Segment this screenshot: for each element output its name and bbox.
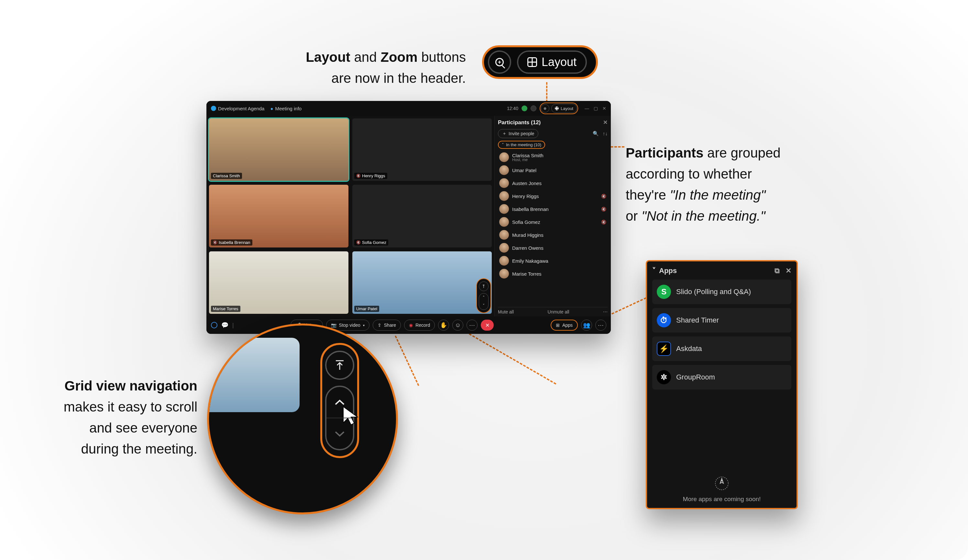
- chevron-down-icon: [334, 431, 345, 437]
- svg-point-2: [721, 480, 723, 481]
- app-item[interactable]: ⏱Shared Timer: [652, 308, 791, 333]
- video-tile[interactable]: Umar Patel: [352, 251, 492, 314]
- participant-name-tag: 🔇Henry Riggs: [354, 173, 387, 179]
- record-icon: ◉: [409, 323, 413, 328]
- maximize-icon[interactable]: ▢: [594, 106, 598, 111]
- end-call-button[interactable]: ✕: [481, 320, 494, 331]
- apps-footer-text: More apps are coming soon!: [652, 495, 791, 503]
- participant-row[interactable]: Henry Riggs🔇: [498, 190, 608, 202]
- grid-nav-top-button[interactable]: ⤒: [479, 282, 489, 291]
- app-item-label: Shared Timer: [676, 316, 719, 325]
- grid-nav-up-button[interactable]: ˄: [479, 293, 488, 302]
- grid-nav-updown: ˄ ˅: [479, 293, 489, 310]
- grid-icon: [527, 57, 537, 67]
- more-options-button[interactable]: ⋯: [467, 320, 477, 331]
- avatar: [499, 243, 509, 253]
- participant-row[interactable]: Emily Nakagawa: [498, 254, 608, 267]
- self-view-icon[interactable]: [211, 322, 217, 328]
- video-tile[interactable]: 🔇Isabella Brennan: [209, 185, 348, 247]
- zoom-in-button-header[interactable]: ⊕: [541, 104, 549, 113]
- apps-button[interactable]: ⊞Apps: [551, 320, 578, 331]
- grid-nav-down-button[interactable]: ˅: [479, 302, 488, 310]
- muted-icon: 🔇: [356, 174, 361, 178]
- unmute-all-button[interactable]: Unmute all: [548, 309, 569, 315]
- app-item-label: Askdata: [676, 345, 702, 353]
- participant-row[interactable]: Clarissa SmithHost, me: [498, 151, 608, 164]
- video-tile[interactable]: Marise Torres: [209, 251, 348, 314]
- participant-name-tag: Clarissa Smith: [211, 173, 242, 179]
- participant-row[interactable]: Marise Torres: [498, 267, 608, 280]
- close-icon[interactable]: ✕: [786, 267, 791, 275]
- clock-label: 12:40: [507, 106, 518, 111]
- avatar: [499, 165, 509, 175]
- video-tile[interactable]: 🔇Sofia Gomez: [352, 185, 492, 247]
- grid-nav-up-button-enlarged[interactable]: [327, 387, 353, 418]
- apps-icon: ⊞: [556, 323, 560, 328]
- invite-people-button[interactable]: ＋Invite people: [498, 129, 538, 138]
- magnifier-plus-icon: ⊕: [544, 106, 547, 111]
- participant-name: Emily Nakagawa: [512, 258, 606, 263]
- participant-name-tag: 🔇Sofia Gomez: [354, 239, 388, 245]
- participant-row[interactable]: Umar Patel: [498, 164, 608, 177]
- participant-row[interactable]: Isabella Brennan🔇: [498, 202, 608, 215]
- video-tile[interactable]: 🔇Henry Riggs: [352, 118, 492, 181]
- app-item[interactable]: ✲GroupRoom: [652, 365, 791, 389]
- reactions-button[interactable]: ☺: [452, 320, 463, 331]
- app-item[interactable]: ⚡Askdata: [652, 336, 791, 361]
- add-person-icon: ＋: [502, 131, 507, 136]
- grid-nav-zoom-circle: [207, 323, 398, 514]
- app-icon: ✲: [657, 370, 671, 384]
- meeting-info-button[interactable]: ●Meeting info: [270, 106, 302, 111]
- share-button[interactable]: ⇪Share: [373, 320, 401, 331]
- layout-button-header[interactable]: Layout: [551, 104, 577, 113]
- participant-name-tag: Umar Patel: [354, 306, 379, 312]
- smiley-icon: ☺: [455, 322, 461, 329]
- participant-row[interactable]: Murad Higgins: [498, 229, 608, 241]
- sort-participants-icon[interactable]: ↑↓: [603, 131, 608, 136]
- network-status-icon: [522, 106, 527, 111]
- close-panel-icon[interactable]: ✕: [603, 119, 608, 126]
- participant-row[interactable]: Darren Owens: [498, 241, 608, 254]
- search-participants-icon[interactable]: 🔍: [593, 131, 599, 136]
- participant-row[interactable]: Austen Jones: [498, 177, 608, 190]
- participant-name-tag: 🔇Isabella Brennan: [211, 239, 252, 245]
- layout-zoom-pill-enlarged: + Layout: [482, 45, 598, 79]
- app-item-label: Slido (Polling and Q&A): [676, 288, 751, 296]
- grid-nav-down-button-enlarged[interactable]: [327, 418, 353, 449]
- avatar: [499, 256, 509, 266]
- zoom-in-button[interactable]: +: [488, 50, 511, 74]
- participants-toggle-button[interactable]: 👥: [581, 320, 592, 331]
- avatar: [499, 178, 509, 188]
- participants-more-icon[interactable]: ⋯: [603, 309, 608, 315]
- arrow-top-icon: [333, 359, 346, 372]
- video-tile[interactable]: Clarissa Smith: [209, 118, 348, 181]
- participant-name: Murad Higgins: [512, 232, 606, 238]
- chevron-down-icon[interactable]: ˅: [652, 267, 656, 275]
- avatar: [499, 204, 509, 214]
- close-icon[interactable]: ✕: [602, 106, 606, 111]
- layout-button[interactable]: Layout: [517, 50, 587, 74]
- grid-nav-top-button-enlarged[interactable]: [325, 351, 354, 380]
- muted-icon: 🔇: [356, 240, 361, 245]
- meeting-title[interactable]: Development Agenda: [211, 106, 264, 111]
- app-header: Development Agenda ●Meeting info 12:40 ⊕…: [206, 101, 611, 116]
- app-icon: ⏱: [657, 313, 671, 327]
- panel-more-button[interactable]: ⋯: [595, 320, 606, 331]
- minimize-icon[interactable]: —: [585, 106, 589, 111]
- participant-sublabel: Host, me: [512, 157, 606, 162]
- apps-panel: ˅Apps ⧉ ✕ SSlido (Polling and Q&A)⏱Share…: [646, 260, 798, 509]
- app-logo-icon: [211, 106, 216, 111]
- annotation-layout-zoom: Layout and Zoom buttons are now in the h…: [272, 46, 466, 89]
- app-item[interactable]: SSlido (Polling and Q&A): [652, 280, 791, 304]
- participant-name: Marise Torres: [512, 271, 606, 277]
- participant-row[interactable]: Sofia Gomez🔇: [498, 215, 608, 229]
- chat-icon[interactable]: 💬: [221, 321, 229, 329]
- grid-nav-control-enlarged: [320, 343, 359, 458]
- popout-icon[interactable]: ⧉: [774, 267, 780, 275]
- avatar: [499, 217, 509, 227]
- mute-all-button[interactable]: Mute all: [498, 309, 514, 315]
- record-button[interactable]: ◉Record: [404, 320, 435, 331]
- app-item-label: GroupRoom: [676, 373, 715, 381]
- in-meeting-group-header[interactable]: ˅In the meeting (10): [498, 141, 545, 149]
- raise-hand-button[interactable]: ✋: [438, 320, 449, 331]
